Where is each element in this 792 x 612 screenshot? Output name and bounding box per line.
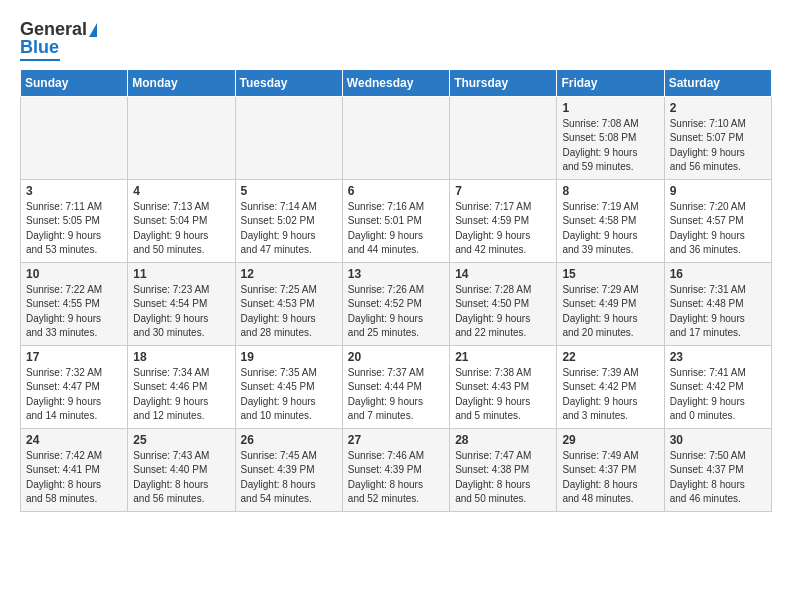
calendar-cell: 14Sunrise: 7:28 AM Sunset: 4:50 PM Dayli… [450, 262, 557, 345]
calendar-cell: 25Sunrise: 7:43 AM Sunset: 4:40 PM Dayli… [128, 428, 235, 511]
day-number: 28 [455, 433, 551, 447]
day-info: Sunrise: 7:31 AM Sunset: 4:48 PM Dayligh… [670, 283, 766, 341]
day-number: 5 [241, 184, 337, 198]
calendar-cell: 28Sunrise: 7:47 AM Sunset: 4:38 PM Dayli… [450, 428, 557, 511]
calendar-cell: 23Sunrise: 7:41 AM Sunset: 4:42 PM Dayli… [664, 345, 771, 428]
day-number: 21 [455, 350, 551, 364]
calendar-cell: 12Sunrise: 7:25 AM Sunset: 4:53 PM Dayli… [235, 262, 342, 345]
day-info: Sunrise: 7:14 AM Sunset: 5:02 PM Dayligh… [241, 200, 337, 258]
day-info: Sunrise: 7:23 AM Sunset: 4:54 PM Dayligh… [133, 283, 229, 341]
calendar-cell [342, 96, 449, 179]
calendar-cell: 19Sunrise: 7:35 AM Sunset: 4:45 PM Dayli… [235, 345, 342, 428]
calendar-cell: 9Sunrise: 7:20 AM Sunset: 4:57 PM Daylig… [664, 179, 771, 262]
day-number: 23 [670, 350, 766, 364]
calendar-header: SundayMondayTuesdayWednesdayThursdayFrid… [21, 69, 772, 96]
weekday-header-saturday: Saturday [664, 69, 771, 96]
day-info: Sunrise: 7:43 AM Sunset: 4:40 PM Dayligh… [133, 449, 229, 507]
calendar-cell: 20Sunrise: 7:37 AM Sunset: 4:44 PM Dayli… [342, 345, 449, 428]
logo: General Blue [20, 20, 97, 61]
calendar-cell: 2Sunrise: 7:10 AM Sunset: 5:07 PM Daylig… [664, 96, 771, 179]
day-info: Sunrise: 7:47 AM Sunset: 4:38 PM Dayligh… [455, 449, 551, 507]
weekday-header-tuesday: Tuesday [235, 69, 342, 96]
day-number: 3 [26, 184, 122, 198]
day-info: Sunrise: 7:49 AM Sunset: 4:37 PM Dayligh… [562, 449, 658, 507]
logo-text-blue: Blue [20, 38, 59, 58]
day-number: 29 [562, 433, 658, 447]
calendar-cell: 29Sunrise: 7:49 AM Sunset: 4:37 PM Dayli… [557, 428, 664, 511]
day-number: 15 [562, 267, 658, 281]
weekday-header-sunday: Sunday [21, 69, 128, 96]
day-info: Sunrise: 7:25 AM Sunset: 4:53 PM Dayligh… [241, 283, 337, 341]
day-info: Sunrise: 7:39 AM Sunset: 4:42 PM Dayligh… [562, 366, 658, 424]
logo-underline [20, 59, 60, 61]
calendar-cell: 3Sunrise: 7:11 AM Sunset: 5:05 PM Daylig… [21, 179, 128, 262]
day-number: 22 [562, 350, 658, 364]
weekday-header-thursday: Thursday [450, 69, 557, 96]
day-number: 17 [26, 350, 122, 364]
day-info: Sunrise: 7:17 AM Sunset: 4:59 PM Dayligh… [455, 200, 551, 258]
weekday-header-monday: Monday [128, 69, 235, 96]
day-info: Sunrise: 7:29 AM Sunset: 4:49 PM Dayligh… [562, 283, 658, 341]
calendar-cell: 1Sunrise: 7:08 AM Sunset: 5:08 PM Daylig… [557, 96, 664, 179]
day-number: 9 [670, 184, 766, 198]
day-number: 25 [133, 433, 229, 447]
calendar-cell [450, 96, 557, 179]
day-info: Sunrise: 7:08 AM Sunset: 5:08 PM Dayligh… [562, 117, 658, 175]
day-number: 27 [348, 433, 444, 447]
day-number: 4 [133, 184, 229, 198]
calendar-cell [235, 96, 342, 179]
calendar-cell: 10Sunrise: 7:22 AM Sunset: 4:55 PM Dayli… [21, 262, 128, 345]
day-number: 1 [562, 101, 658, 115]
calendar-week-2: 3Sunrise: 7:11 AM Sunset: 5:05 PM Daylig… [21, 179, 772, 262]
calendar-cell: 17Sunrise: 7:32 AM Sunset: 4:47 PM Dayli… [21, 345, 128, 428]
day-info: Sunrise: 7:13 AM Sunset: 5:04 PM Dayligh… [133, 200, 229, 258]
day-number: 30 [670, 433, 766, 447]
calendar-cell: 18Sunrise: 7:34 AM Sunset: 4:46 PM Dayli… [128, 345, 235, 428]
calendar-cell [128, 96, 235, 179]
day-info: Sunrise: 7:42 AM Sunset: 4:41 PM Dayligh… [26, 449, 122, 507]
day-info: Sunrise: 7:37 AM Sunset: 4:44 PM Dayligh… [348, 366, 444, 424]
day-info: Sunrise: 7:22 AM Sunset: 4:55 PM Dayligh… [26, 283, 122, 341]
day-number: 16 [670, 267, 766, 281]
day-number: 19 [241, 350, 337, 364]
day-number: 10 [26, 267, 122, 281]
calendar-cell: 13Sunrise: 7:26 AM Sunset: 4:52 PM Dayli… [342, 262, 449, 345]
calendar-cell: 15Sunrise: 7:29 AM Sunset: 4:49 PM Dayli… [557, 262, 664, 345]
day-number: 14 [455, 267, 551, 281]
calendar-cell: 11Sunrise: 7:23 AM Sunset: 4:54 PM Dayli… [128, 262, 235, 345]
calendar-cell: 16Sunrise: 7:31 AM Sunset: 4:48 PM Dayli… [664, 262, 771, 345]
calendar-week-4: 17Sunrise: 7:32 AM Sunset: 4:47 PM Dayli… [21, 345, 772, 428]
calendar-cell: 22Sunrise: 7:39 AM Sunset: 4:42 PM Dayli… [557, 345, 664, 428]
calendar-cell: 24Sunrise: 7:42 AM Sunset: 4:41 PM Dayli… [21, 428, 128, 511]
day-info: Sunrise: 7:28 AM Sunset: 4:50 PM Dayligh… [455, 283, 551, 341]
day-info: Sunrise: 7:35 AM Sunset: 4:45 PM Dayligh… [241, 366, 337, 424]
day-number: 20 [348, 350, 444, 364]
day-info: Sunrise: 7:46 AM Sunset: 4:39 PM Dayligh… [348, 449, 444, 507]
day-number: 12 [241, 267, 337, 281]
calendar-cell: 8Sunrise: 7:19 AM Sunset: 4:58 PM Daylig… [557, 179, 664, 262]
day-info: Sunrise: 7:16 AM Sunset: 5:01 PM Dayligh… [348, 200, 444, 258]
calendar-cell: 27Sunrise: 7:46 AM Sunset: 4:39 PM Dayli… [342, 428, 449, 511]
weekday-header-row: SundayMondayTuesdayWednesdayThursdayFrid… [21, 69, 772, 96]
calendar-cell: 30Sunrise: 7:50 AM Sunset: 4:37 PM Dayli… [664, 428, 771, 511]
day-number: 8 [562, 184, 658, 198]
day-info: Sunrise: 7:26 AM Sunset: 4:52 PM Dayligh… [348, 283, 444, 341]
calendar-body: 1Sunrise: 7:08 AM Sunset: 5:08 PM Daylig… [21, 96, 772, 511]
day-number: 18 [133, 350, 229, 364]
weekday-header-friday: Friday [557, 69, 664, 96]
calendar-cell: 21Sunrise: 7:38 AM Sunset: 4:43 PM Dayli… [450, 345, 557, 428]
day-number: 13 [348, 267, 444, 281]
calendar-cell: 4Sunrise: 7:13 AM Sunset: 5:04 PM Daylig… [128, 179, 235, 262]
day-info: Sunrise: 7:50 AM Sunset: 4:37 PM Dayligh… [670, 449, 766, 507]
day-number: 7 [455, 184, 551, 198]
day-number: 26 [241, 433, 337, 447]
calendar-cell: 6Sunrise: 7:16 AM Sunset: 5:01 PM Daylig… [342, 179, 449, 262]
day-info: Sunrise: 7:45 AM Sunset: 4:39 PM Dayligh… [241, 449, 337, 507]
day-number: 11 [133, 267, 229, 281]
day-info: Sunrise: 7:20 AM Sunset: 4:57 PM Dayligh… [670, 200, 766, 258]
calendar-week-1: 1Sunrise: 7:08 AM Sunset: 5:08 PM Daylig… [21, 96, 772, 179]
calendar-table: SundayMondayTuesdayWednesdayThursdayFrid… [20, 69, 772, 512]
day-info: Sunrise: 7:32 AM Sunset: 4:47 PM Dayligh… [26, 366, 122, 424]
calendar-cell: 26Sunrise: 7:45 AM Sunset: 4:39 PM Dayli… [235, 428, 342, 511]
day-info: Sunrise: 7:41 AM Sunset: 4:42 PM Dayligh… [670, 366, 766, 424]
